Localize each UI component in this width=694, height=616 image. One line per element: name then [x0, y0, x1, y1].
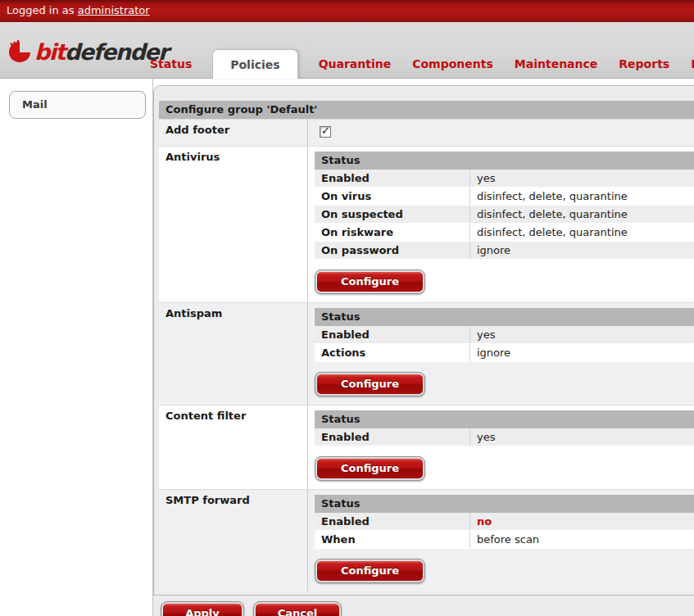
login-status-bar: Logged in as administrator: [0, 0, 694, 22]
row-value: disinfect, delete, quarantine: [470, 188, 694, 205]
row-antispam: Antispam Status Enabled yes Actions igno…: [159, 302, 694, 405]
add-footer-value: [308, 120, 694, 146]
row-value: yes: [470, 326, 694, 343]
main-tabs: Status Policies Quarantine Components Ma…: [139, 21, 694, 78]
bitdefender-swoosh-icon: [7, 38, 33, 65]
row-add-footer: Add footer: [159, 119, 694, 146]
table-row: Enabled yes: [315, 428, 694, 446]
tab-components[interactable]: Components: [401, 57, 504, 70]
sidebar: Mail: [0, 79, 153, 616]
add-footer-checkbox[interactable]: [320, 126, 331, 138]
row-key: On suspected: [315, 206, 470, 223]
administrator-link[interactable]: administrator: [78, 4, 150, 16]
form-actions: Apply Cancel: [153, 596, 694, 616]
antivirus-configure-button[interactable]: Configure: [315, 270, 425, 294]
table-row: On riskware disinfect, delete, quarantin…: [315, 224, 694, 242]
row-key: On riskware: [315, 224, 470, 241]
smtp-forward-label: SMTP forward: [159, 490, 308, 591]
row-key: Enabled: [315, 428, 470, 446]
row-value: before scan: [470, 531, 694, 548]
table-row: On password ignore: [315, 242, 694, 260]
table-row: On suspected disinfect, delete, quaranti…: [315, 206, 694, 224]
table-row: When before scan: [315, 531, 694, 549]
table-row: On virus disinfect, delete, quarantine: [315, 188, 694, 206]
row-key: Enabled: [315, 170, 470, 187]
button-label: Configure: [317, 374, 423, 394]
row-antivirus: Antivirus Status Enabled yes On virus di…: [159, 146, 694, 302]
apply-button[interactable]: Apply: [161, 601, 244, 616]
row-key: When: [315, 531, 470, 548]
row-key: Enabled: [315, 513, 470, 530]
row-value: ignore: [470, 344, 694, 361]
antivirus-label: Antivirus: [159, 147, 308, 302]
row-value: disinfect, delete, quarantine: [470, 224, 694, 241]
smtp-forward-table-header: Status: [315, 495, 694, 513]
logged-in-label: Logged in as: [7, 4, 78, 16]
content-filter-status-table: Status Enabled yes: [315, 410, 694, 446]
row-value: yes: [470, 170, 694, 187]
main-column: Configure group 'Default' Add footer Ant…: [153, 79, 694, 616]
antivirus-table-header: Status: [315, 152, 694, 170]
tab-maintenance[interactable]: Maintenance: [504, 57, 609, 70]
row-key: Actions: [315, 344, 470, 361]
smtp-forward-value: Status Enabled no When before scan Confi…: [308, 490, 694, 591]
configure-group-panel: Configure group 'Default' Add footer Ant…: [153, 85, 694, 596]
content-filter-configure-button[interactable]: Configure: [315, 456, 425, 481]
button-label: Cancel: [256, 604, 339, 616]
smtp-forward-status-table: Status Enabled no When before scan: [315, 495, 694, 549]
row-smtp-forward: SMTP forward Status Enabled no When befo…: [159, 489, 694, 591]
row-key: Enabled: [315, 326, 470, 343]
antispam-table-header: Status: [315, 308, 694, 326]
row-value: disinfect, delete, quarantine: [470, 206, 694, 223]
row-value: yes: [470, 428, 694, 446]
add-footer-label: Add footer: [159, 120, 308, 146]
row-key: On password: [315, 242, 470, 259]
antivirus-value: Status Enabled yes On virus disinfect, d…: [308, 147, 694, 302]
table-row: Enabled no: [315, 513, 694, 531]
cancel-button[interactable]: Cancel: [253, 601, 342, 616]
smtp-forward-configure-button[interactable]: Configure: [315, 559, 425, 583]
configure-group-title: Configure group 'Default': [159, 101, 694, 119]
table-row: Enabled yes: [315, 326, 694, 344]
tab-logging[interactable]: Logging: [680, 57, 694, 70]
button-label: Apply: [163, 604, 242, 616]
table-row: Enabled yes: [315, 170, 694, 188]
table-row: Actions ignore: [315, 344, 694, 362]
antispam-configure-button[interactable]: Configure: [315, 372, 425, 396]
antispam-value: Status Enabled yes Actions ignore Config…: [308, 303, 694, 405]
row-value-disabled: no: [470, 513, 694, 530]
tab-status[interactable]: Status: [139, 57, 202, 70]
antivirus-status-table: Status Enabled yes On virus disinfect, d…: [315, 152, 694, 260]
button-label: Configure: [317, 561, 423, 581]
row-key: On virus: [315, 188, 470, 205]
row-content-filter: Content filter Status Enabled yes Config…: [159, 405, 694, 489]
tab-quarantine[interactable]: Quarantine: [308, 57, 402, 70]
button-label: Configure: [317, 272, 423, 292]
button-label: Configure: [317, 459, 423, 478]
tab-reports[interactable]: Reports: [608, 57, 680, 70]
antispam-status-table: Status Enabled yes Actions ignore: [315, 308, 694, 362]
sidebar-item-mail[interactable]: Mail: [9, 91, 146, 119]
content-filter-table-header: Status: [315, 410, 694, 428]
content-filter-value: Status Enabled yes Configure: [308, 405, 694, 489]
row-value: ignore: [470, 242, 694, 259]
content-filter-label: Content filter: [159, 405, 308, 489]
app-header: bitdefender Status Policies Quarantine C…: [0, 22, 694, 79]
content-area: Mail Configure group 'Default' Add foote…: [0, 79, 694, 616]
tab-policies[interactable]: Policies: [212, 49, 297, 79]
antispam-label: Antispam: [159, 303, 308, 405]
